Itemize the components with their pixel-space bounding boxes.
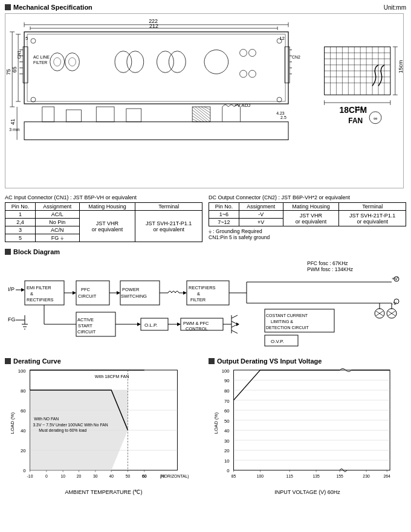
svg-point-30 (54, 57, 61, 66)
svg-text:COSTANT CURRENT: COSTANT CURRENT (266, 313, 308, 318)
svg-text:30: 30 (93, 474, 98, 478)
svg-text:RECTIFIERS: RECTIFIERS (27, 297, 54, 303)
svg-text:AC LINE: AC LINE (33, 55, 50, 59)
svg-rect-53 (96, 107, 114, 122)
svg-text:PWM & PFC: PWM & PFC (183, 321, 209, 326)
dc-col-assign: Assignment (239, 203, 283, 211)
svg-text:CIRCUIT: CIRCUIT (77, 329, 96, 335)
svg-rect-51 (42, 107, 54, 122)
svg-text:0: 0 (227, 468, 230, 473)
svg-point-38 (240, 50, 247, 57)
svg-text:START: START (78, 323, 92, 328)
title-square-icon (5, 4, 11, 10)
svg-text:85: 85 (231, 474, 236, 478)
svg-point-70 (31, 39, 36, 43)
svg-text:20: 20 (77, 474, 82, 478)
svg-text:115: 115 (286, 474, 294, 478)
svg-text:O.L.P.: O.L.P. (144, 322, 158, 328)
output-derating-chart: 100 90 80 70 60 50 40 30 20 10 0 LOAD (%… (209, 367, 406, 488)
svg-text:O.V.P.: O.V.P. (271, 339, 284, 344)
svg-text:With 18CFM FAN: With 18CFM FAN (95, 374, 129, 379)
svg-text:100: 100 (18, 368, 27, 374)
svg-text:90: 90 (224, 378, 230, 383)
ac-col-pinno: Pin No. (5, 203, 36, 211)
svg-text:60: 60 (21, 408, 26, 414)
svg-text:EMI FILTER: EMI FILTER (27, 285, 51, 290)
svg-text:(HORIZONTAL): (HORIZONTAL) (160, 474, 189, 479)
svg-text:3 mm: 3 mm (9, 127, 20, 132)
svg-text:SWITCHING: SWITCHING (121, 293, 147, 299)
svg-text:-10: -10 (27, 474, 33, 478)
dc-col-pinno: Pin No. (209, 203, 239, 211)
svg-text:LOAD (%): LOAD (%) (10, 412, 15, 434)
svg-text:0: 0 (45, 474, 48, 478)
svg-text:50: 50 (224, 418, 230, 424)
page-title: Mechanical Specification (5, 4, 92, 11)
svg-rect-1 (27, 34, 285, 101)
svg-text:50: 50 (126, 474, 131, 478)
svg-point-32 (69, 57, 76, 66)
svg-text:40: 40 (224, 428, 230, 434)
output-derating-title: Output Derating VS Input Voltage (209, 357, 406, 365)
svg-point-40 (240, 70, 247, 77)
svg-text:65: 65 (11, 66, 18, 72)
derating-square-icon (5, 358, 11, 364)
svg-text:212: 212 (149, 23, 158, 29)
connector-section: AC Input Connector (CN1) : JST B5P-VH or… (5, 194, 406, 242)
svg-text:CONTROL: CONTROL (186, 326, 208, 332)
svg-text:60: 60 (224, 408, 230, 414)
svg-text:10: 10 (224, 458, 230, 464)
dc-connector-notes: ⏚ : Grounding RequiredCN1:Pin 5 is safet… (209, 228, 406, 240)
svg-text:RECTIFIERS: RECTIFIERS (189, 285, 216, 290)
svg-text:ACTIVE: ACTIVE (77, 317, 94, 322)
svg-text:&: & (197, 291, 200, 296)
svg-point-37 (204, 50, 228, 74)
svg-text:&: & (30, 291, 33, 296)
output-derating-block: Output Derating VS Input Voltage (209, 357, 406, 495)
svg-text:With NO FAN: With NO FAN (34, 417, 59, 421)
svg-text:20: 20 (224, 448, 230, 453)
svg-text:FILTER: FILTER (33, 60, 47, 65)
svg-rect-0 (24, 32, 288, 104)
svg-text:155: 155 (336, 474, 343, 478)
mech-diagram-svg: 222 212 75 65 5 12 CN1 (5, 14, 403, 188)
output-derating-x-label: INPUT VOLTAGE (V) 60Hz (209, 489, 406, 495)
svg-text:20: 20 (21, 448, 26, 453)
derating-curve-title: Derating Curve (5, 357, 202, 365)
svg-text:30: 30 (224, 438, 230, 444)
output-derating-square-icon (209, 358, 215, 364)
svg-text:CIRCUIT: CIRCUIT (78, 293, 97, 299)
svg-text:PFC: PFC (81, 287, 91, 292)
svg-text:135: 135 (312, 474, 320, 478)
ac-col-mating: Mating Housing (79, 203, 135, 211)
table-row: 1~6 -V JST VHRor equivalent JST SVH-21T-… (209, 211, 406, 219)
svg-point-39 (248, 50, 256, 57)
page: Mechanical Specification Unit:mm 222 212… (0, 0, 411, 499)
svg-point-29 (50, 53, 65, 71)
ac-col-assign: Assignment (35, 203, 79, 211)
svg-text:DETECTION CIRCUIT: DETECTION CIRCUIT (266, 325, 309, 330)
svg-text:I/P: I/P (8, 286, 15, 292)
svg-marker-126 (183, 291, 187, 295)
svg-line-163 (231, 315, 238, 318)
svg-text:5: 5 (25, 36, 28, 41)
svg-text:15cm: 15cm (398, 60, 403, 73)
svg-text:POWER: POWER (122, 287, 140, 292)
svg-point-36 (169, 51, 186, 73)
svg-text:CN2: CN2 (292, 55, 300, 59)
svg-text:80: 80 (224, 388, 230, 394)
svg-marker-120 (117, 291, 120, 295)
svg-text:3.3V ~ 7.5V Under 100VAC With : 3.3V ~ 7.5V Under 100VAC With No FAN (33, 423, 108, 427)
svg-line-58 (198, 107, 210, 116)
svg-marker-153 (137, 322, 141, 326)
svg-text:CN1: CN1 (17, 50, 21, 59)
derating-section: Derating Curve 100 80 60 40 20 (5, 357, 406, 495)
svg-text:111: 111 (354, 105, 363, 111)
svg-marker-115 (73, 291, 76, 295)
svg-text:100: 100 (222, 368, 230, 374)
svg-text:12: 12 (279, 36, 285, 41)
svg-text:∞: ∞ (374, 115, 377, 121)
derating-chart-svg: 100 80 60 40 20 0 LOAD (%) -10 0 10 20 3… (5, 367, 202, 488)
svg-text:75: 75 (5, 69, 11, 75)
block-diagram-area: PFC fosc : 67KHz PWM fosc : 134KHz I/P E… (5, 258, 404, 351)
